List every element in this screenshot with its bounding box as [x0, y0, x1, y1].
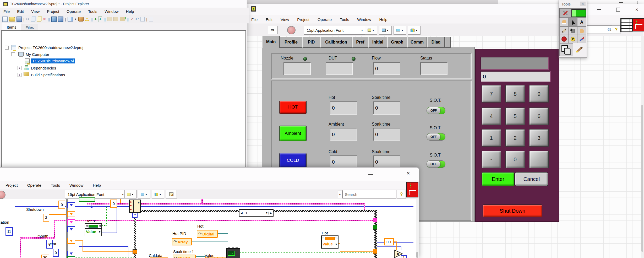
tools-palette-titlebar: Tools ✕: [559, 0, 587, 8]
connect-wire-tool[interactable]: [559, 26, 569, 35]
scroll-hand-icon: [580, 29, 584, 33]
operate-value-tool[interactable]: [559, 18, 569, 26]
position-select-tool[interactable]: [568, 18, 577, 26]
breakpoint-tool[interactable]: [559, 35, 569, 43]
paint-tool[interactable]: [573, 43, 586, 56]
set-color-tool[interactable]: [559, 43, 573, 56]
edit-text-tool[interactable]: A: [577, 18, 586, 26]
probe-tool[interactable]: P: [568, 35, 577, 43]
tools-palette-title: Tools: [559, 2, 571, 6]
color-copy-tool[interactable]: [577, 35, 586, 43]
scroll-tool[interactable]: [577, 26, 586, 35]
shortcut-menu-tool[interactable]: [568, 26, 577, 35]
paintbrush-icon: [576, 46, 583, 53]
wire-spool-icon: [561, 29, 566, 33]
breakpoint-icon: [561, 36, 567, 42]
eyedropper-icon: [579, 37, 584, 41]
background-color-swatch: [564, 48, 570, 54]
select-arrow-icon: [571, 20, 575, 25]
operate-hand-icon: [562, 20, 566, 24]
tools-palette-close-button[interactable]: ✕: [580, 2, 586, 6]
edit-text-icon: A: [580, 20, 583, 25]
probe-icon: P: [571, 37, 575, 41]
tools-palette: Tools ✕ A P: [559, 0, 587, 58]
auto-tool-select-button[interactable]: [560, 9, 571, 18]
auto-tool-led-icon: [571, 9, 586, 17]
